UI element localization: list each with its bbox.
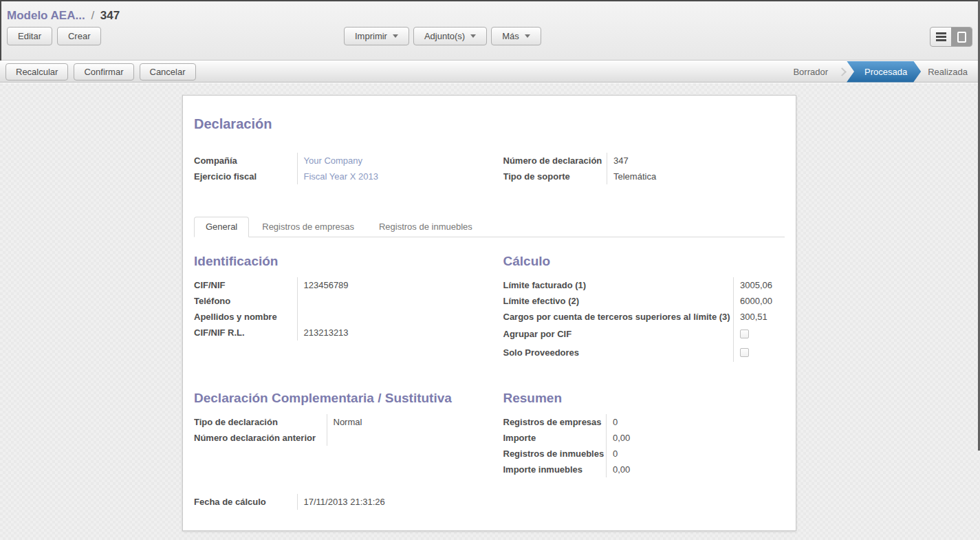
field-row: Tipo de soporte Telemática bbox=[503, 169, 785, 184]
declaration-number-value: 347 bbox=[607, 153, 785, 169]
record-action-buttons: Editar Crear bbox=[7, 27, 101, 45]
field-row: CIF/NIF 123456789 bbox=[194, 277, 476, 293]
status-pipeline: Borrador Procesada Realizada bbox=[786, 61, 974, 83]
recalculate-button[interactable]: Recalcular bbox=[6, 63, 68, 80]
field-row: Fecha de cálculo 17/11/2013 21:31:26 bbox=[194, 494, 476, 510]
calc-date-value: 17/11/2013 21:31:26 bbox=[297, 494, 476, 510]
phone-label: Teléfono bbox=[194, 293, 297, 309]
print-label: Imprimir bbox=[355, 31, 387, 41]
phone-value bbox=[297, 293, 476, 309]
complementary-title: Declaración Complementaria / Sustitutiva bbox=[194, 391, 476, 406]
app-window: Modelo AEA... / 347 Editar Crear Imprimi… bbox=[0, 0, 980, 540]
property-records-label: Registros de inmuebles bbox=[503, 446, 607, 462]
surname-name-value bbox=[297, 309, 476, 325]
company-value-link[interactable]: Your Company bbox=[297, 153, 476, 169]
tab-property-records[interactable]: Registros de inmuebles bbox=[367, 217, 484, 237]
action-button-row: Editar Crear Imprimir Adjunto(s) Más bbox=[0, 23, 980, 53]
only-suppliers-label: Solo Proveedores bbox=[503, 343, 734, 362]
cif-nif-value: 123456789 bbox=[297, 277, 476, 293]
third-party-charges-label: Cargos por cuenta de terceros superiores… bbox=[503, 309, 734, 325]
field-row: Registros de inmuebles 0 bbox=[503, 446, 785, 462]
field-row: Solo Proveedores bbox=[503, 343, 785, 362]
field-row: Teléfono bbox=[194, 293, 476, 309]
support-type-value: Telemática bbox=[607, 169, 785, 184]
form-title: Declaración bbox=[194, 116, 785, 132]
amount-value: 0,00 bbox=[607, 430, 785, 446]
field-row: Agrupar por CIF bbox=[503, 325, 785, 343]
list-view-button[interactable] bbox=[930, 28, 951, 46]
notebook-tabs: General Registros de empresas Registros … bbox=[194, 216, 785, 237]
property-amount-value: 0,00 bbox=[607, 462, 785, 477]
utility-buttons: Imprimir Adjunto(s) Más bbox=[344, 27, 541, 45]
company-label: Compañía bbox=[194, 153, 297, 169]
field-row: Importe inmuebles 0,00 bbox=[503, 462, 785, 477]
header-fields-left: Compañía Your Company Ejercicio fiscal F… bbox=[194, 153, 476, 184]
complementary-group: Declaración Complementaria / Sustitutiva… bbox=[194, 391, 476, 477]
dropdown-caret-icon bbox=[393, 34, 398, 38]
view-switcher bbox=[930, 27, 972, 47]
property-records-value: 0 bbox=[607, 446, 785, 462]
cancel-button[interactable]: Cancelar bbox=[140, 63, 196, 80]
window-edge-top bbox=[0, 0, 980, 1]
workflow-buttons: Recalcular Confirmar Cancelar bbox=[6, 63, 196, 80]
field-row: Apellidos y nombre bbox=[194, 309, 476, 325]
field-row: Número declaración anterior bbox=[194, 430, 476, 446]
breadcrumb: Modelo AEA... / 347 bbox=[0, 0, 980, 23]
summary-title: Resumen bbox=[503, 391, 785, 406]
dropdown-caret-icon bbox=[470, 34, 476, 38]
confirm-button[interactable]: Confirmar bbox=[74, 63, 133, 80]
breadcrumb-separator: / bbox=[88, 9, 97, 22]
calculation-group: Cálculo Límite facturado (1) 3005,06 Lím… bbox=[503, 254, 785, 362]
calc-date-group: Fecha de cálculo 17/11/2013 21:31:26 bbox=[194, 494, 476, 510]
status-draft: Borrador bbox=[786, 61, 835, 83]
field-row: CIF/NIF R.L. 213213213 bbox=[194, 325, 476, 341]
cash-limit-value: 6000,00 bbox=[734, 293, 785, 309]
cif-nif-label: CIF/NIF bbox=[194, 277, 297, 293]
edit-button[interactable]: Editar bbox=[7, 27, 52, 45]
tab-company-records[interactable]: Registros de empresas bbox=[250, 217, 366, 237]
tab-general-content: Identificación CIF/NIF 123456789 Teléfon… bbox=[194, 254, 785, 510]
calc-date-label: Fecha de cálculo bbox=[194, 494, 297, 510]
identification-group: Identificación CIF/NIF 123456789 Teléfon… bbox=[194, 254, 476, 362]
field-row: Compañía Your Company bbox=[194, 153, 476, 169]
property-amount-label: Importe inmuebles bbox=[503, 462, 607, 477]
field-row: Límite efectivo (2) 6000,00 bbox=[503, 293, 785, 309]
tab-general[interactable]: General bbox=[194, 217, 249, 237]
surname-name-label: Apellidos y nombre bbox=[194, 309, 297, 325]
create-button[interactable]: Crear bbox=[57, 27, 102, 45]
chevron-right-icon bbox=[838, 67, 847, 76]
calc-date-fields: Fecha de cálculo 17/11/2013 21:31:26 bbox=[194, 494, 476, 510]
group-by-cif-label: Agrupar por CIF bbox=[503, 325, 734, 343]
complementary-fields: Tipo de declaración Normal Número declar… bbox=[194, 414, 476, 446]
fiscal-year-value-link[interactable]: Fiscal Year X 2013 bbox=[297, 169, 476, 184]
invoiced-limit-label: Límite facturado (1) bbox=[503, 277, 734, 293]
only-suppliers-checkbox[interactable] bbox=[740, 348, 749, 357]
calculation-fields: Límite facturado (1) 3005,06 Límite efec… bbox=[503, 277, 785, 362]
breadcrumb-parent-link[interactable]: Modelo AEA... bbox=[7, 9, 85, 22]
list-icon bbox=[936, 32, 946, 41]
company-records-label: Registros de empresas bbox=[503, 414, 607, 430]
declaration-type-value: Normal bbox=[327, 414, 476, 430]
field-row: Número de declaración 347 bbox=[503, 153, 785, 169]
group-by-cif-checkbox[interactable] bbox=[740, 330, 749, 338]
cif-nif-rl-value: 213213213 bbox=[297, 325, 476, 341]
previous-declaration-number-value bbox=[327, 430, 476, 446]
form-view-button[interactable] bbox=[951, 28, 972, 46]
calculation-title: Cálculo bbox=[503, 254, 785, 269]
header-fields: Compañía Your Company Ejercicio fiscal F… bbox=[194, 153, 785, 184]
status-processed-active: Procesada bbox=[847, 61, 921, 83]
third-party-charges-value: 300,51 bbox=[734, 309, 785, 325]
breadcrumb-current: 347 bbox=[100, 9, 120, 22]
print-dropdown-button[interactable]: Imprimir bbox=[344, 27, 409, 45]
attachment-dropdown-button[interactable]: Adjunto(s) bbox=[413, 27, 487, 45]
attachment-label: Adjunto(s) bbox=[424, 31, 465, 41]
field-row: Registros de empresas 0 bbox=[503, 414, 785, 430]
field-row: Ejercicio fiscal Fiscal Year X 2013 bbox=[194, 169, 476, 184]
identification-fields: CIF/NIF 123456789 Teléfono Apellidos y n… bbox=[194, 277, 476, 341]
form-icon bbox=[957, 32, 966, 43]
declaration-number-label: Número de declaración bbox=[503, 153, 607, 169]
summary-group: Resumen Registros de empresas 0 Importe … bbox=[503, 391, 785, 477]
fiscal-year-label: Ejercicio fiscal bbox=[194, 169, 297, 184]
workflow-statusbar: Recalcular Confirmar Cancelar Borrador P… bbox=[0, 61, 980, 83]
more-dropdown-button[interactable]: Más bbox=[491, 27, 541, 45]
